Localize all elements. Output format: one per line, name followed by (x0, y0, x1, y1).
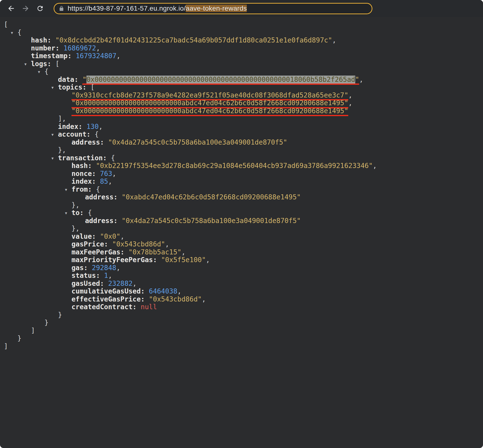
json-line: effectiveGasPrice: "0x543cbd86d", (0, 296, 483, 304)
json-line: maxFeePerGas: "0x78bb5ac15", (0, 248, 483, 256)
comma: , (202, 295, 206, 303)
comma: , (116, 52, 121, 60)
json-line: } (0, 335, 483, 343)
json-value: ] (58, 115, 62, 123)
json-key: gas: (72, 264, 92, 272)
json-line: cumulativeGasUsed: 6464038, (0, 288, 483, 296)
json-value: null (141, 303, 157, 311)
comma: , (99, 123, 103, 131)
json-line: } (0, 319, 483, 327)
json-value: 232882 (108, 280, 133, 288)
json-value: 763 (100, 170, 112, 178)
json-key: nonce: (72, 170, 100, 178)
address-bar[interactable]: https://b439-87-97-161-57.eu.ngrok.io/aa… (54, 3, 372, 14)
json-value: { (17, 28, 22, 36)
reload-icon (36, 5, 44, 12)
comma: , (348, 99, 352, 107)
json-key: timestamp: (31, 52, 76, 60)
json-value: } (17, 334, 22, 342)
comma: , (96, 44, 100, 52)
json-line: address: "0x4da27a545c0c5b758a6ba100e3a0… (0, 139, 483, 146)
json-line: ▼to: { (0, 209, 483, 217)
comma: , (112, 170, 116, 178)
json-line: index: 85, (0, 178, 483, 186)
json-value: 6464038 (149, 287, 177, 295)
json-line: } (0, 311, 483, 319)
comma: , (76, 224, 80, 232)
collapse-toggle-icon[interactable]: ▼ (65, 209, 72, 217)
comma: , (181, 248, 186, 256)
json-value: } (58, 146, 62, 154)
json-line: ▼from: { (0, 186, 483, 194)
json-line: "0x9310ccfcb8de723f578a9e4282ea9f521f05a… (0, 91, 483, 99)
json-value: { (111, 154, 115, 162)
collapse-toggle-icon[interactable]: ▼ (51, 131, 58, 139)
browser-toolbar: https://b439-87-97-161-57.eu.ngrok.io/aa… (0, 0, 483, 17)
json-line: address: "0x4da27a545c0c5b758a6ba100e3a0… (0, 217, 483, 225)
collapse-toggle-icon[interactable]: ▼ (25, 60, 31, 68)
collapse-toggle-icon[interactable]: ▼ (38, 68, 44, 76)
json-line: number: 16869672, (0, 44, 483, 52)
json-value: ] (4, 342, 8, 350)
comma: , (120, 232, 124, 240)
forward-button[interactable] (19, 2, 32, 15)
json-value: "0x0000000000000000000000000000000000000… (82, 76, 359, 85)
json-line: hash: "0x8dccbdd2b42f01d42431225ca7badc5… (0, 36, 483, 44)
json-key: transaction: (58, 154, 111, 162)
json-value: "0x0" (100, 232, 120, 240)
json-line: ] (0, 343, 483, 351)
json-value: { (88, 209, 92, 217)
collapse-toggle-icon[interactable]: ▼ (65, 186, 72, 194)
json-value: 16869672 (64, 44, 96, 52)
json-line: gas: 292848, (0, 264, 483, 272)
json-value: "0xb22197f5354ee3d278c8ab69c29a1084e5604… (96, 162, 373, 170)
json-key: status: (72, 272, 104, 280)
comma: , (359, 76, 363, 84)
json-value: "0x8dccbdd2b42f01d42431225ca7badc54a69b0… (55, 36, 332, 44)
json-value: "0x543cbd86d" (149, 295, 202, 303)
json-key: hash: (31, 36, 55, 44)
json-key: value: (72, 232, 100, 240)
json-value: [ (4, 21, 8, 28)
json-key: hash: (72, 162, 96, 170)
json-key: maxFeePerGas: (72, 248, 129, 256)
json-line: nonce: 763, (0, 170, 483, 178)
json-value: "0xabdc47ed04c62b6c0d58f2668cd09200688e1… (122, 193, 301, 201)
json-line: createdContract: null (0, 303, 483, 311)
json-value: } (72, 201, 76, 209)
comma: , (116, 264, 120, 272)
back-arrow-icon (7, 4, 15, 13)
reload-button[interactable] (34, 2, 46, 15)
collapse-toggle-icon[interactable]: ▼ (51, 154, 58, 162)
json-line: ] (0, 327, 483, 335)
json-key: number: (31, 44, 64, 52)
back-button[interactable] (5, 2, 17, 15)
lock-icon (59, 6, 64, 11)
json-line: ▼account: { (0, 131, 483, 139)
json-value: [ (55, 60, 59, 68)
json-key: gasUsed: (72, 280, 108, 288)
comma: , (332, 36, 336, 44)
selected-text: 0x00000000000000000000000000000000000000… (86, 76, 355, 84)
json-value: ] (31, 327, 35, 335)
comma: , (206, 256, 210, 264)
json-value: } (58, 311, 62, 319)
json-line: }, (0, 201, 483, 209)
collapse-toggle-icon[interactable]: ▼ (51, 84, 58, 92)
content: [▼{hash: "0x8dccbdd2b42f01d42431225ca7ba… (0, 17, 483, 448)
json-line: value: "0x0", (0, 233, 483, 241)
json-line: hash: "0xb22197f5354ee3d278c8ab69c29a108… (0, 162, 483, 170)
json-value: "0x4da27a545c0c5b758a6ba100e3a049001de87… (122, 217, 301, 225)
json-line: ▼transaction: { (0, 154, 483, 162)
json-key: maxPriorityFeePerGas: (72, 256, 161, 264)
json-value: "0x000000000000000000000000abdc47ed04c62… (72, 107, 348, 116)
json-line: maxPriorityFeePerGas: "0x5f5e100", (0, 256, 483, 264)
collapse-toggle-icon[interactable]: ▼ (11, 29, 17, 37)
json-key: cumulativeGasUsed: (72, 287, 149, 295)
json-value: 130 (86, 123, 99, 131)
json-key: address: (85, 217, 122, 225)
json-line: gasUsed: 232882, (0, 280, 483, 288)
comma: , (133, 280, 137, 288)
json-key: address: (72, 138, 108, 146)
comma: , (76, 201, 80, 209)
